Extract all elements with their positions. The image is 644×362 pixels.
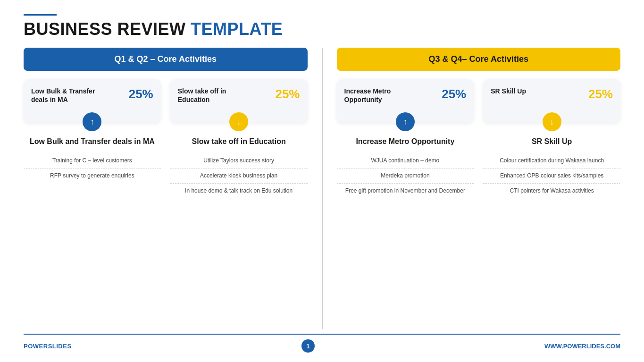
footer-brand-blue: SLIDES: [48, 343, 72, 350]
right-bottom-col-2: SR Skill Up Colour certification during …: [483, 137, 620, 329]
left-card-2: Slow take off in Education 25% ↓: [170, 79, 308, 123]
left-card-2-top: Slow take off in Education 25%: [178, 87, 300, 104]
right-card-1-top: Increase Metro Opportunity 25%: [344, 87, 467, 104]
footer-page-number: 1: [301, 339, 315, 353]
left-cards-row: Low Bulk & Transfer deals in MA 25% ↑ Sl…: [24, 79, 308, 123]
page-container: BUSINESS REVIEW TEMPLATE Q1 & Q2 – Core …: [0, 0, 644, 362]
right-panel-header: Q3 & Q4– Core Activities: [337, 48, 621, 71]
right-card-1-percent: 25%: [442, 87, 466, 101]
left-bottom-col-1: Low Bulk and Transfer deals in MA Traini…: [24, 137, 161, 329]
right-cards-row: Increase Metro Opportunity 25% ↑ SR Skil…: [337, 79, 621, 123]
list-item: Training for C – level customers: [24, 153, 161, 168]
right-bullet-list-2: Colour certification during Wakasa launc…: [483, 153, 620, 198]
right-card-2-icon: ↓: [543, 112, 561, 131]
left-panel: Q1 & Q2 – Core Activities Low Bulk & Tra…: [24, 48, 323, 329]
list-item: Merdeka promotion: [337, 168, 474, 184]
right-card-2: SR Skill Up 25% ↓: [483, 79, 620, 123]
left-card-2-percent: 25%: [275, 87, 300, 101]
left-card-2-label: Slow take off in Education: [178, 87, 257, 104]
right-bottom-title-2: SR Skill Up: [532, 137, 572, 147]
right-bullet-list-1: WJUA continuation – demo Merdeka promoti…: [337, 153, 474, 198]
left-card-1-icon: ↑: [83, 112, 101, 131]
left-bottom-title-2: Slow take off in Education: [192, 137, 286, 147]
right-bottom-row: Increase Metro Opportunity WJUA continua…: [337, 137, 621, 329]
right-card-1-icon: ↑: [396, 112, 415, 131]
title-black: BUSINESS REVIEW: [24, 19, 191, 39]
left-bottom-title-1: Low Bulk and Transfer deals in MA: [30, 137, 155, 147]
left-card-1-percent: 25%: [129, 87, 153, 101]
list-item: Enhanced OPB colour sales kits/samples: [483, 168, 620, 184]
right-card-2-percent: 25%: [588, 87, 613, 101]
footer-brand-black: POWER: [24, 343, 48, 350]
right-bottom-title-1: Increase Metro Opportunity: [356, 137, 454, 147]
left-bullet-list-1: Training for C – level customers RFP sur…: [24, 153, 161, 183]
right-card-2-top: SR Skill Up 25%: [491, 87, 613, 101]
right-card-2-label: SR Skill Up: [491, 87, 526, 95]
left-panel-header: Q1 & Q2 – Core Activities: [24, 48, 308, 71]
list-item: CTI pointers for Wakasa activities: [483, 184, 620, 198]
right-panel: Q3 & Q4– Core Activities Increase Metro …: [337, 48, 621, 329]
left-card-1-top: Low Bulk & Transfer deals in MA 25%: [31, 87, 153, 104]
left-card-1-label: Low Bulk & Transfer deals in MA: [31, 87, 110, 104]
header: BUSINESS REVIEW TEMPLATE: [24, 14, 620, 39]
list-item: RFP survey to generate enquiries: [24, 168, 161, 183]
list-item: WJUA continuation – demo: [337, 153, 474, 168]
left-card-1: Low Bulk & Transfer deals in MA 25% ↑: [24, 79, 161, 123]
list-item: In house demo & talk track on Edu soluti…: [170, 184, 308, 198]
left-bullet-list-2: Utilize Taylors success story Accelerate…: [170, 153, 308, 198]
list-item: Utilize Taylors success story: [170, 153, 308, 168]
left-card-2-icon: ↓: [229, 112, 248, 131]
right-bottom-col-1: Increase Metro Opportunity WJUA continua…: [337, 137, 474, 329]
footer-url: WWW.POWERLIDES.COM: [544, 343, 620, 350]
header-accent-line: [24, 14, 57, 16]
list-item: Accelerate kiosk business plan: [170, 168, 308, 184]
right-card-1: Increase Metro Opportunity 25% ↑: [337, 79, 474, 123]
left-bottom-row: Low Bulk and Transfer deals in MA Traini…: [24, 137, 308, 329]
title-blue: TEMPLATE: [191, 19, 283, 39]
footer-brand: POWERSLIDES: [24, 343, 72, 350]
list-item: Free gift promotion in November and Dece…: [337, 184, 474, 198]
page-title: BUSINESS REVIEW TEMPLATE: [24, 19, 620, 39]
right-card-1-label: Increase Metro Opportunity: [344, 87, 424, 104]
footer: POWERSLIDES 1 WWW.POWERLIDES.COM: [24, 334, 620, 353]
main-content: Q1 & Q2 – Core Activities Low Bulk & Tra…: [24, 48, 620, 329]
list-item: Colour certification during Wakasa launc…: [483, 153, 620, 168]
left-bottom-col-2: Slow take off in Education Utilize Taylo…: [170, 137, 308, 329]
